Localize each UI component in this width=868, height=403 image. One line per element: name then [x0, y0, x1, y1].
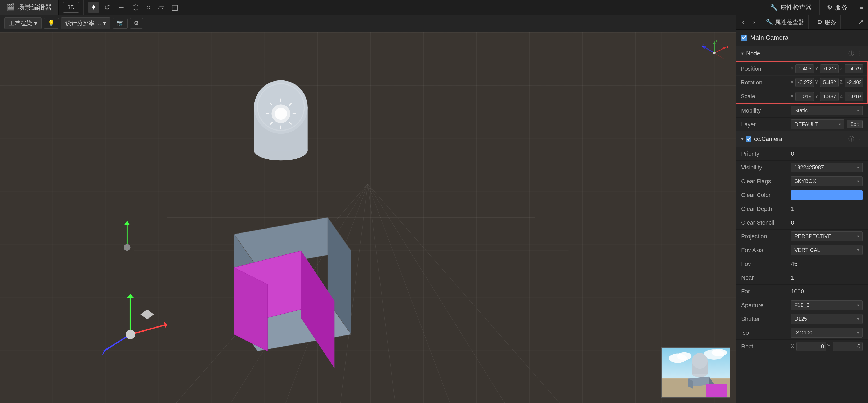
layer-edit-btn[interactable]: Edit	[846, 120, 863, 128]
services-tab-label: 服务	[835, 3, 847, 12]
nav-forward-btn[interactable]: ›	[751, 17, 757, 27]
svg-marker-36	[127, 294, 134, 298]
svg-text:Z: Z	[702, 44, 704, 48]
scale-x-group: X	[790, 92, 814, 101]
layer-chevron: ▾	[839, 122, 841, 127]
rect-xy: X Y	[791, 342, 863, 351]
services-main-tab[interactable]: ⚙ 服务	[813, 15, 841, 29]
services-tab-icon: ⚙	[827, 4, 833, 11]
rot-y-label: Y	[815, 80, 819, 85]
svg-text:X: X	[726, 45, 728, 49]
aperture-dropdown[interactable]: F16_0 ▾	[791, 300, 863, 310]
fov-axis-dropdown[interactable]: VERTICAL ▾	[791, 245, 863, 255]
rect-y-label: Y	[828, 344, 832, 349]
shutter-chevron: ▾	[857, 316, 859, 321]
vp-settings-btn[interactable]: ⚙	[130, 18, 143, 29]
fov-axis-row: Fov Axis VERTICAL ▾	[736, 243, 868, 257]
resolution-dropdown[interactable]: 设计分辨率 ... ▾	[61, 18, 111, 29]
rot-z-input[interactable]	[845, 78, 863, 87]
camera-menu-btn[interactable]: ⋮	[857, 135, 863, 143]
rect-label: Rect	[741, 343, 789, 350]
viewport-area: 正常渲染 ▾ 💡 设计分辨率 ... ▾ 📷 ⚙	[0, 15, 736, 403]
inspector-main-tab[interactable]: 🔧 属性检查器	[762, 15, 809, 29]
rect-tool-btn[interactable]: ⬡	[130, 2, 142, 13]
transform-tool-btn[interactable]: ○	[144, 2, 153, 13]
clear-flags-row: Clear Flags SKYBOX ▾	[736, 175, 868, 188]
shutter-dropdown[interactable]: D125 ▾	[791, 314, 863, 324]
entity-checkbox[interactable]	[741, 35, 747, 40]
priority-label: Priority	[741, 150, 789, 157]
render-mode-chevron: ▾	[34, 20, 37, 27]
camera-info-btn[interactable]: ⓘ	[848, 135, 854, 143]
svg-line-7	[368, 184, 602, 403]
mobility-dropdown[interactable]: Static ▾	[791, 106, 863, 116]
rotation-row: Rotation X Y Z	[736, 76, 867, 90]
iso-dropdown[interactable]: ISO100 ▾	[791, 328, 863, 338]
tool-section: ✦ ↺ ↔ ⬡ ○ ▱ ◰	[84, 0, 185, 14]
visibility-dropdown[interactable]: 1822425087 ▾	[791, 162, 863, 173]
fov-axis-chevron: ▾	[857, 248, 859, 253]
nav-back-btn[interactable]: ‹	[740, 17, 747, 27]
camera-btn[interactable]: 📷	[113, 18, 128, 29]
clear-depth-value: 1	[791, 206, 863, 212]
render-mode-dropdown[interactable]: 正常渲染 ▾	[4, 18, 41, 29]
aperture-row: Aperture F16_0 ▾	[736, 299, 868, 312]
rotate-tool-btn[interactable]: ↺	[101, 2, 113, 13]
projection-dropdown[interactable]: PERSPECTIVE ▾	[791, 231, 863, 241]
scale-z-input[interactable]	[845, 92, 863, 101]
iso-chevron: ▾	[857, 330, 859, 335]
svg-line-47	[714, 48, 725, 53]
scale-y-group: Y	[815, 92, 839, 101]
pos-y-group: Y	[815, 64, 839, 73]
entity-header: Main Camera	[736, 30, 868, 46]
clear-color-swatch[interactable]	[791, 190, 863, 200]
render-mode-label: 正常渲染	[9, 19, 32, 27]
scale-y-input[interactable]	[820, 92, 839, 101]
services-tab[interactable]: ⚙ 服务	[819, 0, 855, 14]
node-info-btn[interactable]: ⓘ	[848, 50, 854, 58]
rect-y-input[interactable]	[833, 342, 863, 351]
svg-line-37	[103, 334, 130, 351]
projection-chevron: ▾	[857, 234, 859, 239]
layer-dropdown[interactable]: DEFAULT ▾	[791, 119, 844, 129]
rect-x-input[interactable]	[796, 342, 826, 351]
pos-x-input[interactable]	[796, 64, 814, 73]
rot-x-input[interactable]	[796, 78, 814, 87]
viewport-canvas[interactable]: Y X Z	[0, 32, 736, 403]
node-menu-btn[interactable]: ⋮	[857, 50, 863, 57]
maximize-btn[interactable]: ⤢	[858, 18, 864, 26]
camera-enabled-checkbox[interactable]	[746, 136, 751, 142]
inspector-panel: ‹ › 🔧 属性检查器 ⚙ 服务 ⤢ Main Camera ▾ Node	[736, 15, 868, 403]
clear-flags-dropdown[interactable]: SKYBOX ▾	[791, 176, 863, 186]
inspector-tab[interactable]: 🔧 属性检查器	[763, 0, 819, 14]
mode-3d-button[interactable]: 3D	[63, 2, 79, 13]
hamburger-btn[interactable]: ≡	[855, 2, 868, 13]
light-btn[interactable]: 💡	[44, 18, 59, 29]
move-tool-btn[interactable]: ✦	[88, 2, 99, 13]
svg-point-39	[126, 330, 135, 339]
iso-value: ISO100	[795, 330, 812, 336]
pos-y-input[interactable]	[820, 64, 839, 73]
shutter-label: Shutter	[741, 316, 789, 322]
pivot-tool-btn[interactable]: ◰	[169, 2, 181, 13]
rot-z-label: Z	[840, 80, 844, 85]
inspector-nav-header: ‹ › 🔧 属性检查器 ⚙ 服务 ⤢	[736, 15, 868, 30]
pos-z-input[interactable]	[845, 64, 863, 73]
position-row: Position X Y Z	[736, 62, 867, 76]
projection-label: Projection	[741, 233, 789, 240]
camera-section-header[interactable]: ▾ cc.Camera ⓘ ⋮	[736, 131, 868, 147]
app-title-text: 场景编辑器	[18, 3, 52, 12]
entity-name: Main Camera	[750, 34, 788, 41]
scale-tool-btn[interactable]: ↔	[115, 2, 128, 13]
anchor-tool-btn[interactable]: ▱	[155, 2, 166, 13]
projection-value: PERSPECTIVE	[795, 233, 832, 239]
clear-depth-row: Clear Depth 1	[736, 202, 868, 216]
transform-section: Position X Y Z	[736, 61, 868, 104]
node-section-header[interactable]: ▾ Node ⓘ ⋮	[736, 46, 868, 61]
scale-x-input[interactable]	[796, 92, 814, 101]
clear-color-label: Clear Color	[741, 192, 789, 198]
inspector-tab-icon2: 🔧	[766, 19, 773, 26]
rot-y-group: Y	[815, 78, 839, 87]
far-label: Far	[741, 288, 789, 295]
rot-y-input[interactable]	[820, 78, 839, 87]
